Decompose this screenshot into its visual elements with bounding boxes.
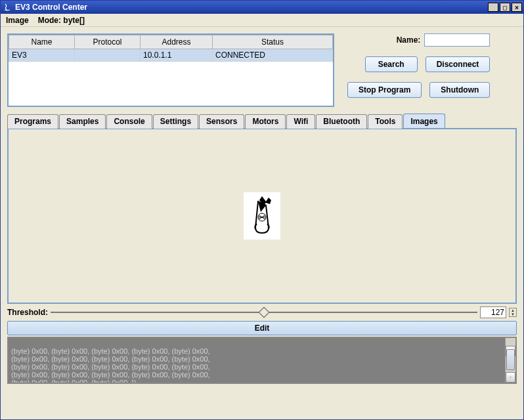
stop-program-button[interactable]: Stop Program — [347, 82, 422, 98]
top-section: Name Protocol Address Status EV3 10.0.1.… — [7, 33, 517, 107]
tab-programs[interactable]: Programs — [7, 114, 58, 129]
output-scrollbar[interactable]: ▲ ▼ — [505, 338, 515, 383]
images-tab-pane — [7, 128, 517, 304]
name-input[interactable] — [424, 33, 490, 47]
col-address[interactable]: Address — [141, 35, 213, 49]
tab-settings[interactable]: Settings — [153, 114, 198, 129]
disconnect-button[interactable]: Disconnect — [426, 56, 491, 72]
slider-thumb[interactable] — [259, 307, 270, 318]
menu-mode[interactable]: Mode: byte[] — [38, 16, 85, 25]
device-table-panel: Name Protocol Address Status EV3 10.0.1.… — [7, 33, 334, 107]
name-row: Name: — [347, 33, 490, 47]
window-title: EV3 Control Center — [15, 3, 488, 12]
edit-button[interactable]: Edit — [7, 321, 517, 335]
right-panel: Name: Search Disconnect Stop Program Shu… — [347, 33, 490, 107]
scroll-down[interactable]: ▼ — [506, 372, 515, 383]
cell-address: 10.0.1.1 — [141, 49, 213, 62]
menubar: Image Mode: byte[] — [1, 14, 523, 27]
duke-icon — [246, 195, 278, 237]
col-status[interactable]: Status — [213, 35, 333, 49]
byte-output-text: (byte) 0x00, (byte) 0x00, (byte) 0x00, (… — [11, 347, 210, 384]
image-preview — [244, 192, 280, 240]
device-table: Name Protocol Address Status EV3 10.0.1.… — [9, 35, 333, 62]
main-window: EV3 Control Center _ □ × Image Mode: byt… — [0, 0, 524, 420]
name-label: Name: — [397, 35, 421, 45]
tab-samples[interactable]: Samples — [59, 114, 106, 129]
threshold-slider[interactable] — [51, 307, 477, 318]
tab-bluetooth[interactable]: Bluetooth — [316, 114, 367, 129]
spinner-down[interactable]: ▼ — [510, 312, 516, 316]
tab-motors[interactable]: Motors — [245, 114, 286, 129]
java-icon — [2, 2, 12, 12]
titlebar: EV3 Control Center _ □ × — [1, 1, 523, 14]
col-protocol[interactable]: Protocol — [75, 35, 141, 49]
table-row[interactable]: EV3 10.0.1.1 CONNECTED — [9, 49, 333, 62]
shutdown-button[interactable]: Shutdown — [429, 82, 490, 98]
tabs-row: Programs Samples Console Settings Sensor… — [7, 114, 517, 128]
scroll-thumb[interactable] — [506, 349, 515, 370]
cell-protocol — [75, 49, 141, 62]
tab-console[interactable]: Console — [106, 114, 152, 129]
minimize-button[interactable]: _ — [488, 3, 498, 12]
cell-status: CONNECTED — [213, 49, 333, 62]
byte-output: (byte) 0x00, (byte) 0x00, (byte) 0x00, (… — [7, 337, 517, 384]
threshold-value[interactable]: 127 — [480, 306, 506, 318]
button-row-2: Stop Program Shutdown — [347, 82, 490, 98]
tab-images[interactable]: Images — [403, 114, 445, 128]
tab-sensors[interactable]: Sensors — [199, 114, 244, 129]
tab-wifi[interactable]: Wifi — [286, 114, 315, 129]
content-area: Name Protocol Address Status EV3 10.0.1.… — [1, 27, 523, 419]
search-button[interactable]: Search — [365, 56, 418, 72]
button-row-1: Search Disconnect — [347, 56, 490, 72]
tab-tools[interactable]: Tools — [368, 114, 403, 129]
threshold-label: Threshold: — [7, 308, 48, 317]
maximize-button[interactable]: □ — [500, 3, 510, 12]
window-buttons: _ □ × — [488, 3, 522, 12]
menu-image[interactable]: Image — [6, 16, 29, 25]
threshold-spinner: ▲ ▼ — [509, 308, 517, 317]
col-name[interactable]: Name — [9, 35, 75, 49]
close-button[interactable]: × — [512, 3, 522, 12]
cell-name: EV3 — [9, 49, 75, 62]
threshold-row: Threshold: 127 ▲ ▼ — [7, 306, 517, 318]
